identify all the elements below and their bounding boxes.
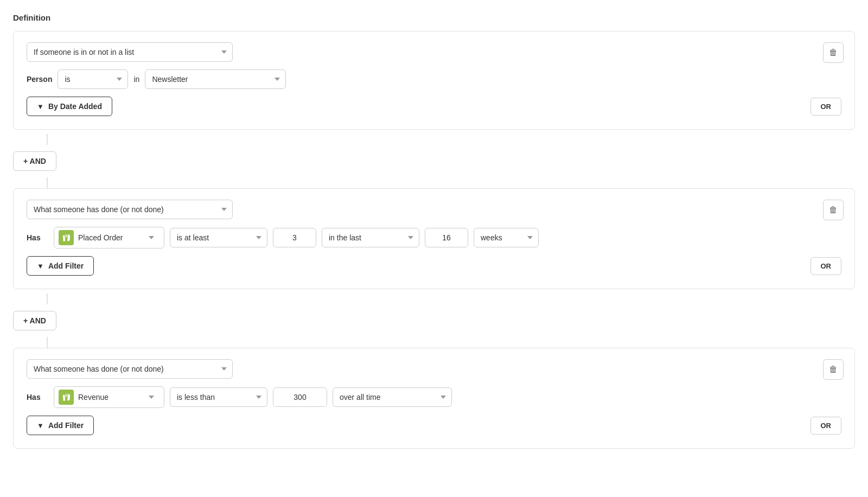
has-row-2: Has Revenue is less than over all time [27, 386, 841, 408]
trash-icon-2: 🗑 [829, 205, 838, 215]
person-row: Person is in Newsletter [27, 69, 841, 89]
trash-icon-1: 🗑 [829, 48, 838, 58]
shopify-icon-2 [59, 390, 74, 405]
revenue-input[interactable] [273, 387, 327, 407]
condition-type-row-3: What someone has done (or not done) [27, 359, 841, 379]
time-select-2[interactable]: over all time [333, 387, 452, 407]
filter-or-row-3: ▼ Add Filter OR [27, 416, 841, 437]
add-filter-btn-2[interactable]: ▼ Add Filter [27, 416, 94, 435]
and-btn-1[interactable]: + AND [13, 151, 56, 171]
connector-line-3 [47, 294, 48, 304]
by-date-added-label: By Date Added [48, 102, 102, 111]
filter-or-row-1: ▼ By Date Added OR [27, 97, 841, 118]
condition-block-3: 🗑 What someone has done (or not done) Ha… [13, 348, 855, 449]
connector-line-1 [47, 134, 48, 145]
count-input-1[interactable] [273, 228, 316, 247]
action-select-1[interactable]: Placed Order [78, 228, 159, 247]
weeks-count-input[interactable] [425, 228, 468, 247]
in-text: in [133, 75, 139, 84]
condition-block-1: 🗑 If someone is in or not in a list Pers… [13, 31, 855, 130]
has-row-1: Has Placed Order is at least in the last [27, 227, 841, 248]
by-date-added-btn[interactable]: ▼ By Date Added [27, 97, 112, 116]
delete-block-3-btn[interactable]: 🗑 [823, 359, 844, 380]
definition-title: Definition [13, 13, 855, 22]
person-is-select[interactable]: is [58, 69, 128, 89]
connector-line-2 [47, 177, 48, 188]
has-label-2: Has [27, 393, 48, 402]
and-btn-2[interactable]: + AND [13, 311, 56, 330]
add-filter-btn-1[interactable]: ▼ Add Filter [27, 256, 94, 276]
time-select-1[interactable]: in the last [322, 228, 419, 247]
delete-block-1-btn[interactable]: 🗑 [823, 42, 844, 63]
and-connector-2: + AND [13, 294, 855, 348]
or-btn-2[interactable]: OR [810, 257, 842, 275]
revenue-wrapper: Revenue [54, 386, 164, 408]
trash-icon-3: 🗑 [829, 365, 838, 374]
or-btn-3[interactable]: OR [810, 417, 842, 435]
add-filter-label-2: Add Filter [48, 421, 84, 430]
filter-icon-1: ▼ [37, 103, 44, 111]
action-select-2[interactable]: Revenue [78, 388, 159, 406]
shopify-icon-1 [59, 230, 74, 245]
delete-block-2-btn[interactable]: 🗑 [823, 200, 844, 220]
condition-type-select-1[interactable]: If someone is in or not in a list [27, 42, 233, 62]
or-btn-1[interactable]: OR [810, 98, 842, 116]
filter-icon-2: ▼ [37, 262, 44, 270]
condition-type-select-3[interactable]: What someone has done (or not done) [27, 359, 233, 379]
condition-type-row-1: If someone is in or not in a list [27, 42, 841, 62]
period-select-1[interactable]: weeks [474, 228, 539, 247]
condition-select-1[interactable]: is at least [170, 228, 267, 247]
filter-icon-3: ▼ [37, 422, 44, 430]
condition-select-2[interactable]: is less than [170, 387, 267, 407]
filter-or-row-2: ▼ Add Filter OR [27, 256, 841, 278]
placed-order-wrapper: Placed Order [54, 227, 164, 248]
add-filter-label-1: Add Filter [48, 262, 84, 270]
condition-type-select-2[interactable]: What someone has done (or not done) [27, 200, 233, 219]
and-connector-1: + AND [13, 134, 855, 188]
has-label-1: Has [27, 233, 48, 242]
condition-block-2: 🗑 What someone has done (or not done) Ha… [13, 188, 855, 289]
person-label: Person [27, 75, 52, 84]
newsletter-select[interactable]: Newsletter [145, 69, 286, 89]
connector-line-4 [47, 337, 48, 348]
condition-type-row-2: What someone has done (or not done) [27, 200, 841, 219]
